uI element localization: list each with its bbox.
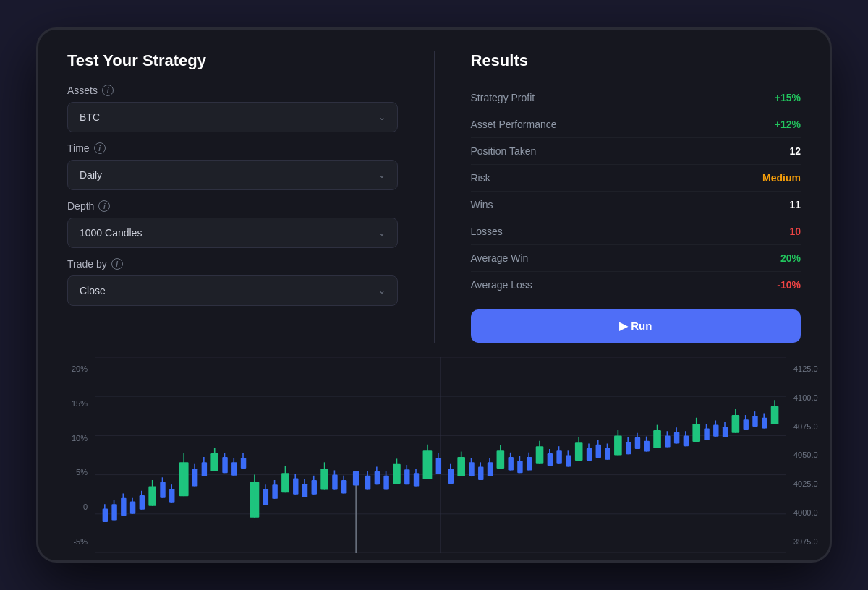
svg-rect-58: [353, 471, 359, 486]
chart-y-axis-right: 4125.0 4100.0 4075.0 4050.0 4025.0 4000.…: [786, 357, 822, 553]
result-row-asset-performance: Asset Performance +12%: [471, 111, 801, 138]
time-info-icon[interactable]: i: [94, 142, 106, 154]
right-panel-title: Results: [471, 51, 801, 70]
result-row-avg-loss: Average Loss -10%: [471, 272, 801, 298]
depth-chevron-icon: ⌄: [378, 228, 386, 238]
chart-area: [95, 357, 786, 553]
depth-info-icon[interactable]: i: [98, 200, 110, 212]
top-section: Test Your Strategy Assets i BTC ⌄ Time i…: [38, 30, 830, 357]
depth-dropdown[interactable]: 1000 Candles ⌄: [67, 218, 398, 248]
assets-chevron-icon: ⌄: [378, 112, 386, 122]
left-panel: Test Your Strategy Assets i BTC ⌄ Time i…: [67, 51, 398, 343]
result-row-losses: Losses 10: [471, 218, 801, 245]
chart-section: 20% 15% 10% 5% 0 -5%: [38, 357, 830, 560]
time-dropdown[interactable]: Daily ⌄: [67, 160, 398, 190]
result-row-wins: Wins 11: [471, 192, 801, 218]
result-row-avg-win: Average Win 20%: [471, 245, 801, 272]
right-panel: Results Strategy Profit +15% Asset Perfo…: [471, 51, 801, 343]
tradeby-label: Trade by i: [67, 258, 398, 270]
left-panel-title: Test Your Strategy: [67, 51, 398, 70]
chart-svg: [95, 357, 786, 553]
run-button[interactable]: ▶ Run: [471, 309, 801, 343]
assets-label: Assets i: [67, 85, 398, 96]
tradeby-chevron-icon: ⌄: [378, 286, 386, 296]
result-row-risk: Risk Medium: [471, 165, 801, 192]
result-row-strategy-profit: Strategy Profit +15%: [471, 85, 801, 111]
time-label: Time i: [67, 142, 398, 154]
panel-divider: [434, 51, 435, 343]
depth-label: Depth i: [67, 200, 398, 212]
assets-info-icon[interactable]: i: [102, 85, 114, 96]
tradeby-dropdown[interactable]: Close ⌄: [67, 275, 398, 306]
time-chevron-icon: ⌄: [378, 170, 386, 180]
device-frame: Test Your Strategy Assets i BTC ⌄ Time i…: [36, 27, 832, 563]
result-row-position-taken: Position Taken 12: [471, 138, 801, 165]
tradeby-info-icon[interactable]: i: [111, 258, 123, 270]
chart-y-axis-left: 20% 15% 10% 5% 0 -5%: [67, 357, 95, 553]
assets-dropdown[interactable]: BTC ⌄: [67, 102, 398, 132]
